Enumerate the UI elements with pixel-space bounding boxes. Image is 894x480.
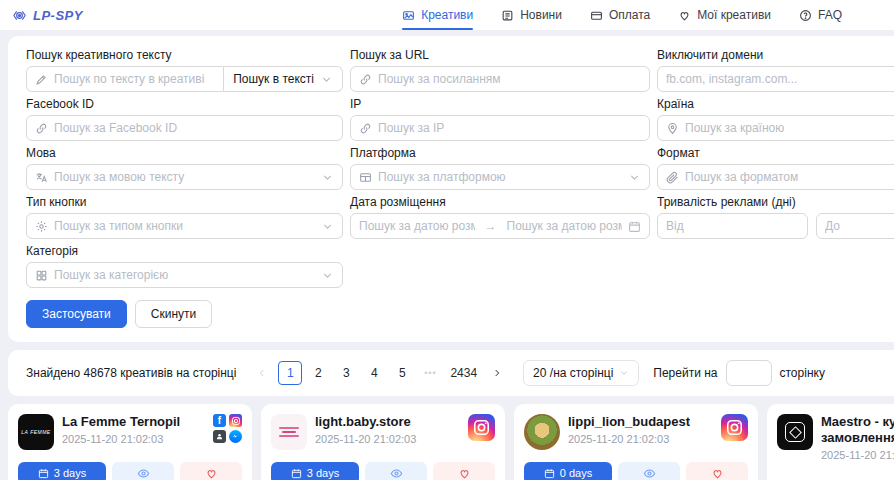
field-duration: Тривалість реклами (дні)	[657, 195, 894, 239]
exclude-domains-input[interactable]	[666, 72, 894, 86]
eye-icon	[643, 467, 656, 480]
format-input[interactable]	[685, 170, 894, 184]
duration-from-input[interactable]	[666, 219, 799, 233]
ip-input[interactable]	[378, 121, 641, 135]
chevron-down-icon	[321, 220, 334, 233]
view-button[interactable]	[112, 462, 174, 480]
pagination-ellipsis[interactable]: •••	[418, 361, 442, 385]
creative-text-mode-select[interactable]: Пошук в тексті	[224, 66, 343, 92]
field-label: Дата розміщення	[350, 195, 650, 209]
field-platform: Платформа Пошук за платформою	[350, 146, 650, 190]
card-title[interactable]: light.baby.store	[315, 414, 416, 430]
pagination-page-4[interactable]: 4	[362, 361, 386, 385]
platform-select[interactable]: Пошук за платформою	[350, 164, 650, 190]
heart-icon	[205, 467, 218, 480]
card-avatar	[524, 414, 560, 450]
apply-button[interactable]: Застосувати	[26, 300, 127, 328]
field-placement-date: Дата розміщення Пошук за датою розміщенн…	[350, 195, 650, 239]
view-button[interactable]	[365, 462, 427, 480]
question-circle-icon	[799, 9, 812, 22]
calendar-icon	[291, 468, 302, 479]
pagination-page-2[interactable]: 2	[306, 361, 330, 385]
field-label: Виключити домени	[657, 48, 894, 62]
button-type-select[interactable]: Пошук за типом кнопки	[26, 213, 343, 239]
avatar-label: LA FEMME	[21, 429, 50, 435]
days-active-button[interactable]: 3 days	[18, 462, 106, 480]
nav-tab-faq[interactable]: FAQ	[799, 0, 842, 30]
card-title-line-2[interactable]: замовлення в Ужго	[821, 430, 894, 446]
view-button[interactable]	[618, 462, 680, 480]
days-active-button[interactable]: 0 days	[524, 462, 612, 480]
translate-icon	[35, 171, 48, 184]
pagination-prev-icon[interactable]	[250, 361, 274, 385]
brand-logo[interactable]: LP-SPY	[12, 8, 83, 23]
newspaper-icon	[501, 9, 514, 22]
credit-card-icon	[590, 9, 603, 22]
category-placeholder: Пошук за категорією	[54, 268, 315, 282]
goto-page: Перейти на сторінку	[653, 360, 825, 386]
field-ip: IP	[350, 97, 650, 141]
country-input-wrap	[657, 115, 894, 141]
eye-icon	[137, 467, 150, 480]
goto-prefix: Перейти на	[653, 366, 717, 380]
language-select[interactable]: Пошук за мовою тексту	[26, 164, 343, 190]
duration-to-input[interactable]	[825, 219, 894, 233]
creative-card[interactable]: lippi_lion_budapest 2025-11-20 21:02:03 …	[514, 404, 758, 480]
days-label: 3 days	[54, 467, 86, 479]
top-navbar: LP-SPY Креативи Новини Оплата Мої креати…	[0, 0, 894, 30]
card-title[interactable]: lippi_lion_budapest	[568, 414, 690, 430]
favorite-button[interactable]	[180, 462, 242, 480]
facebook-id-input[interactable]	[54, 121, 334, 135]
category-select[interactable]: Пошук за категорією	[26, 262, 343, 288]
link-icon	[35, 122, 48, 135]
field-label: Мова	[26, 146, 343, 160]
filters-panel: Пошук креативного тексту Пошук в тексті …	[8, 36, 894, 342]
favorite-button[interactable]	[433, 462, 495, 480]
page-size-select[interactable]: 20 /на сторінці	[523, 360, 639, 386]
days-active-button[interactable]: 3 days	[271, 462, 359, 480]
pagination-last-page[interactable]: 2434	[446, 361, 481, 385]
picture-icon	[402, 9, 415, 22]
brand-name: LP-SPY	[33, 8, 83, 23]
instagram-icon	[468, 414, 495, 441]
creative-text-input[interactable]	[54, 72, 215, 86]
creative-card[interactable]: LA FEMME La Femme Ternopil 2025-11-20 21…	[8, 404, 252, 480]
creative-card[interactable]: Maestro - кухні, ме замовлення в Ужго 20…	[767, 404, 894, 480]
creative-card[interactable]: light.baby.store 2025-11-20 21:02:03 3 d…	[261, 404, 505, 480]
url-input[interactable]	[378, 72, 641, 86]
field-button-type: Тип кнопки Пошук за типом кнопки	[26, 195, 343, 239]
date-end-placeholder: Пошук за датою розміщення	[507, 219, 623, 233]
pagination-next-icon[interactable]	[485, 361, 509, 385]
pagination-page-5[interactable]: 5	[390, 361, 414, 385]
days-label: 3 days	[307, 467, 339, 479]
button-type-placeholder: Пошук за типом кнопки	[54, 219, 315, 233]
platform-icons	[721, 414, 748, 441]
pagination-page-1[interactable]: 1	[278, 361, 302, 385]
card-datetime: 2025-11-20 21:02:03	[62, 433, 180, 445]
field-country: Країна	[657, 97, 894, 141]
category-grid-icon	[35, 269, 48, 282]
card-title[interactable]: La Femme Ternopil	[62, 414, 180, 430]
placement-date-range-picker[interactable]: Пошук за датою розміщення → Пошук за дат…	[350, 213, 650, 239]
reset-button[interactable]: Скинути	[135, 300, 212, 328]
pagination-page-3[interactable]: 3	[334, 361, 358, 385]
calendar-icon	[628, 220, 641, 233]
gear-icon	[35, 220, 48, 233]
nav-tab-payment[interactable]: Оплата	[590, 0, 650, 30]
country-input[interactable]	[685, 121, 894, 135]
nav-tab-my-creatives[interactable]: Мої креативи	[678, 0, 771, 30]
goto-page-input[interactable]	[726, 360, 772, 386]
format-input-wrap	[657, 164, 894, 190]
nav-tab-news[interactable]: Новини	[501, 0, 562, 30]
nav-tab-label: Креативи	[421, 8, 473, 22]
nav-tab-creatives[interactable]: Креативи	[402, 0, 473, 30]
heart-icon	[711, 467, 724, 480]
card-title-line-1[interactable]: Maestro - кухні, ме	[821, 414, 894, 430]
field-label: Facebook ID	[26, 97, 343, 111]
instagram-icon	[721, 414, 748, 441]
platform-icons: f	[213, 414, 242, 443]
creatives-list: LA FEMME La Femme Ternopil 2025-11-20 21…	[8, 404, 894, 480]
field-language: Мова Пошук за мовою тексту	[26, 146, 343, 190]
field-label: Тривалість реклами (дні)	[657, 195, 894, 209]
favorite-button[interactable]	[686, 462, 748, 480]
